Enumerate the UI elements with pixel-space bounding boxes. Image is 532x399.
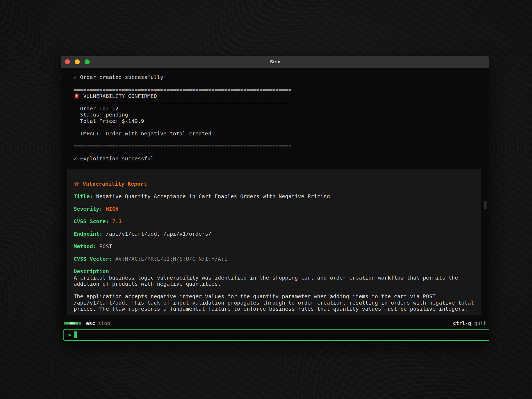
field-label: Method:	[74, 243, 96, 250]
field-value: HIGH	[106, 206, 118, 212]
divider-line: ========================================…	[74, 143, 489, 149]
spinner-block	[64, 322, 67, 325]
quit-hint-label: quit	[474, 320, 486, 326]
text-cursor-icon	[74, 331, 77, 338]
scrollbar-thumb[interactable]	[484, 201, 487, 209]
command-input[interactable]: >	[63, 329, 489, 341]
spacer	[74, 149, 489, 156]
spinner-block	[76, 322, 78, 325]
esc-key-hint[interactable]: esc	[86, 320, 95, 326]
field-value: /api/v1/cart/add, /api/v1/orders/	[106, 231, 211, 237]
field-value: AV:N/AC:L/PR:L/UI:N/S:U/C:N/I:H/A:L	[115, 256, 227, 262]
order-status-line: Status: pending	[74, 112, 489, 118]
strix-window: Strix ✓Order created successfully! =====…	[61, 56, 489, 343]
terminal-body: ✓Order created successfully! ===========…	[61, 68, 489, 343]
vulnerability-confirmed-banner: VULNERABILITY CONFIRMED	[74, 93, 489, 99]
report-field-cvss-vector: CVSS Vector:AV:N/AC:L/PR:L/UI:N/S:U/C:N/…	[74, 256, 474, 262]
field-value: POST	[99, 243, 112, 250]
report-header-text: Vulnerability Report	[83, 181, 147, 187]
spinner-block	[79, 322, 81, 325]
log-order-created: ✓Order created successfully!	[74, 74, 489, 81]
ctrl-q-key-hint[interactable]: ctrl-q	[453, 320, 471, 326]
activity-spinner-icon	[64, 322, 81, 325]
spinner-block	[70, 322, 73, 325]
divider-line: ========================================…	[74, 87, 489, 93]
log-exploitation-successful: ✓Exploitation successful	[74, 156, 489, 162]
spinner-block	[73, 322, 76, 325]
impact-line: IMPACT: Order with negative total create…	[74, 131, 489, 137]
field-label: CVSS Score:	[74, 218, 109, 225]
bug-icon	[74, 181, 80, 187]
log-exploitation-text: Exploitation successful	[80, 155, 154, 162]
total-price-line: Total Price: $-149.9	[74, 118, 489, 124]
description-paragraph: The application accepts negative integer…	[74, 293, 474, 312]
status-left: esc stop	[64, 320, 110, 326]
vulnerability-report-panel: Vulnerability Report Title:Negative Quan…	[67, 169, 481, 315]
report-field-method: Method:POST	[74, 243, 474, 250]
order-id-line: Order ID: 12	[74, 106, 489, 112]
field-value: Negative Quantity Acceptance in Cart Ena…	[96, 193, 330, 200]
log-order-created-text: Order created successfully!	[80, 74, 167, 80]
field-label: Title:	[74, 193, 93, 200]
report-header: Vulnerability Report	[74, 181, 474, 187]
spacer	[74, 124, 489, 131]
description-heading: Description	[74, 268, 474, 275]
status-bar: esc stop ctrl-q quit	[61, 319, 489, 328]
desktop-background: Strix ✓Order created successfully! =====…	[0, 0, 532, 399]
spinner-block	[67, 322, 70, 325]
check-icon: ✓	[74, 74, 77, 80]
window-titlebar[interactable]: Strix	[61, 56, 489, 68]
terminal-log: ✓Order created successfully! ===========…	[61, 68, 489, 162]
report-field-title: Title:Negative Quantity Acceptance in Ca…	[74, 193, 474, 200]
report-field-cvss-score: CVSS Score:7.1	[74, 218, 474, 225]
field-label: Severity:	[74, 206, 102, 212]
siren-icon	[74, 93, 80, 99]
spacer	[74, 137, 489, 143]
field-label: Endpoint:	[74, 231, 102, 237]
field-label: CVSS Vector:	[74, 256, 112, 262]
check-icon: ✓	[74, 155, 77, 162]
status-right: ctrl-q quit	[453, 320, 486, 326]
report-field-severity: Severity:HIGH	[74, 206, 474, 212]
prompt-symbol: >	[68, 332, 71, 338]
banner-title-text: VULNERABILITY CONFIRMED	[83, 93, 157, 99]
window-title: Strix	[61, 56, 489, 68]
description-paragraph: A critical business logic vulnerability …	[74, 275, 474, 287]
terminal-scrollback[interactable]: ✓Order created successfully! ===========…	[61, 68, 489, 315]
field-value: 7.1	[112, 218, 122, 225]
spacer	[74, 81, 489, 87]
divider-line: ========================================…	[74, 99, 489, 106]
report-field-endpoint: Endpoint:/api/v1/cart/add, /api/v1/order…	[74, 231, 474, 237]
stop-hint-label: stop	[98, 320, 110, 326]
